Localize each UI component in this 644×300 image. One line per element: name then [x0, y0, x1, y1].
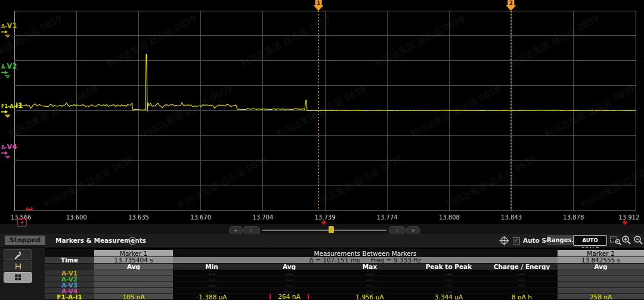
marker2-header-cell: Marker 2: [558, 249, 644, 256]
svg-text:2: 2: [509, 0, 513, 6]
stat-header-cell: Max: [328, 263, 411, 270]
marker1-stat-header: Avg: [94, 263, 173, 270]
channel-ground-arrow-icon: [1, 110, 12, 117]
crosshair-position-icon[interactable]: [499, 236, 509, 248]
channel-prefix: A-: [1, 24, 7, 29]
between-markers-header-cell: Measurements Between Markers: [173, 249, 558, 256]
scrollbar-handle[interactable]: [329, 226, 334, 233]
stat-value-cell: ---: [486, 287, 558, 293]
marker2-value-cell: [558, 270, 644, 276]
stat-value-cell: 1.956 µA: [328, 293, 411, 299]
stat-value-cell: ---: [486, 282, 558, 287]
delta-value: Δ = 107.151 ms: [309, 256, 360, 263]
stat-value-cell: ---: [173, 270, 250, 276]
channel-indicator-a-v1[interactable]: A-V1: [1, 21, 17, 38]
zoom-out-icon[interactable]: [633, 235, 643, 248]
stat-value-cell: 8 pA h: [486, 293, 558, 299]
x-tick-label: 13.635: [128, 214, 149, 221]
marker2-value-cell: [558, 287, 644, 293]
channel-row-label: F1-A-I1: [45, 293, 94, 299]
marker1-value-cell: [94, 282, 173, 287]
chevron-down-icon[interactable]: [128, 236, 137, 248]
markers-panel-button[interactable]: [4, 261, 32, 271]
stat-value-cell: ---: [411, 276, 486, 282]
stat-value-cell: 3.344 µA: [411, 293, 486, 299]
stat-value-cell: ---: [173, 282, 250, 287]
red-plus-icon: +: [20, 220, 24, 225]
markers-icon: [14, 262, 23, 271]
stat-value-cell: 264 nA: [250, 293, 328, 299]
stat-value-cell: ---: [486, 276, 558, 282]
table-corner-cell: [45, 249, 94, 256]
stat-value-cell: ---: [173, 287, 250, 293]
channel-row-label: A-V1: [45, 270, 94, 276]
analyzer-screen: 利尔达集团 赵志远 0659利尔达集团 赵志远 0659利尔达集团 赵志远 06…: [0, 0, 644, 300]
stat-value-cell: ---: [328, 270, 411, 276]
channel-indicator-a-v4[interactable]: A-V4: [1, 143, 17, 159]
zoom-in-icon[interactable]: [621, 235, 631, 248]
stat-header-cell: Peak to Peak: [411, 263, 486, 270]
stat-value-cell: ---: [328, 287, 411, 293]
marker1-header-cell: Marker 1: [94, 249, 173, 256]
channel-name: V2: [7, 62, 17, 70]
marker1-value-cell: 105 nA: [94, 293, 173, 299]
channel-name: V4: [7, 143, 17, 151]
marker-1-handle[interactable]: 1: [314, 0, 324, 11]
stat-value-cell: ---: [411, 282, 486, 287]
channel-prefix: F1-A-: [1, 104, 16, 109]
channel-row-label: A-V4: [45, 287, 94, 293]
time-row-label: Time: [45, 256, 94, 263]
marker2-value-cell: [558, 282, 644, 287]
marker2-value-cell: [558, 276, 644, 282]
channel-prefix: A-: [1, 64, 7, 70]
stat-value-cell: ---: [328, 282, 411, 287]
stat-header-spacer: [45, 263, 94, 270]
stat-value-cell: ---: [250, 276, 328, 282]
stat-value-cell: ---: [328, 276, 411, 282]
grid-view-button[interactable]: [4, 272, 32, 283]
zoom-region-icon[interactable]: [609, 235, 622, 248]
stat-value-cell: ---: [486, 270, 558, 276]
measurements-table-region: Marker 1Measurements Between MarkersMark…: [0, 248, 644, 300]
red-annotation-box-icon: +: [17, 218, 27, 227]
x-tick-label: 13.774: [377, 214, 398, 221]
x-tick-label: 13.704: [252, 214, 273, 221]
run-state-button[interactable]: Stopped: [5, 236, 45, 245]
stat-value-cell: ---: [250, 287, 328, 293]
measurements-table: Marker 1Measurements Between MarkersMark…: [45, 249, 644, 299]
auto-scroll-checkbox[interactable]: ✓: [513, 237, 520, 245]
x-tick-label: 13.912: [618, 214, 639, 221]
delta-freq-cell: Δ = 107.151 msFreq = 9.333 Hz: [173, 256, 558, 263]
channel-ground-arrow-icon: [1, 151, 12, 159]
marker2-time-cell: 13.842555 s: [558, 256, 644, 263]
stat-header-cell: Min: [173, 263, 250, 270]
x-tick-label: 13.878: [563, 214, 584, 221]
channel-ground-arrow-icon: [1, 30, 12, 38]
channel-row-label: A-V3: [45, 282, 94, 287]
stat-value-cell: ---: [411, 270, 486, 276]
marker1-value-cell: [94, 276, 173, 282]
x-tick-label: 13.670: [190, 214, 211, 221]
bottom-toolbar: Stopped Markers & Measurements ✓ Auto Sc…: [0, 234, 644, 248]
channel-name: I1: [16, 101, 23, 110]
stat-value-cell: ---: [250, 270, 328, 276]
marker1-value-cell: [94, 287, 173, 293]
channel-name: V1: [7, 21, 17, 30]
horizontal-scrollbar: « ‹ › »: [0, 224, 644, 234]
channel-ground-arrow-icon: [1, 70, 12, 78]
stat-value-cell: ---: [411, 287, 486, 293]
auto-scale-button[interactable]: AUTO SCALE: [573, 235, 607, 246]
marker-2-handle[interactable]: 2: [506, 0, 516, 11]
x-tick-label: 13.600: [66, 214, 87, 221]
red-annotation-arrow-icon: ↩: [25, 203, 33, 215]
waveform-plot: 12: [0, 0, 644, 224]
highlight-box: 264 nA: [270, 293, 308, 299]
setup-wrench-button[interactable]: [4, 249, 32, 260]
channel-indicator-a-v2[interactable]: A-V2: [1, 62, 17, 78]
grid-icon: [14, 273, 22, 282]
channel-indicator-f1-a-i1[interactable]: F1-A-I1: [1, 101, 23, 117]
table-sidebar: [0, 248, 45, 300]
freq-value: Freq = 9.333 Hz: [371, 256, 422, 263]
scrollbar-track[interactable]: [262, 230, 386, 231]
svg-text:1: 1: [317, 0, 320, 6]
